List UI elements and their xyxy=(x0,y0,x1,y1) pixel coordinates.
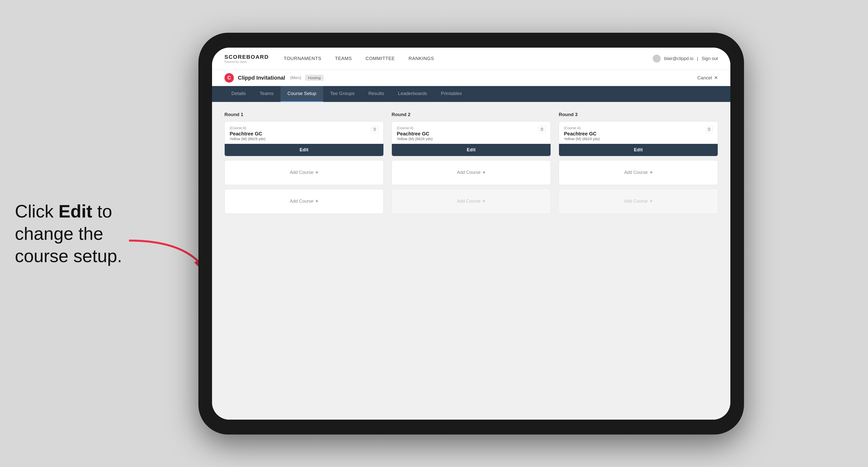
round-3-edit-button[interactable]: Edit xyxy=(559,144,718,156)
logo-title: SCOREBOARD xyxy=(224,54,269,60)
round-2-add-course-text-2: Add Course + xyxy=(457,198,486,204)
round-3-course-tag: (Course A) xyxy=(564,126,600,130)
tab-results[interactable]: Results xyxy=(361,86,391,102)
round-2-plus-icon-2: + xyxy=(483,198,486,204)
round-2-edit-button[interactable]: Edit xyxy=(392,144,551,156)
round-1-course-card: (Course A) Peachtree GC Yellow (M) (6629… xyxy=(224,121,384,156)
round-2-add-course-1[interactable]: Add Course + xyxy=(392,160,551,185)
scoreboard-logo: SCOREBOARD Powered by clippd xyxy=(224,54,269,63)
round-1-add-course-2[interactable]: Add Course + xyxy=(224,189,384,214)
round-2-column: Round 2 (Course A) Peachtree GC Yellow (… xyxy=(392,112,551,218)
tournament-bar: C Clippd Invitational (Men) Hosting Canc… xyxy=(212,70,731,86)
nav-tournaments[interactable]: TOURNAMENTS xyxy=(284,56,321,61)
hosting-badge: Hosting xyxy=(305,75,323,81)
cancel-x-icon: ✕ xyxy=(714,75,718,81)
user-email: blair@clippd.io xyxy=(664,56,693,61)
nav-rankings[interactable]: RANKINGS xyxy=(408,56,434,61)
round-3-course-header: (Course A) Peachtree GC Yellow (M) (6629… xyxy=(559,122,718,144)
round-3-add-course-text-2: Add Course + xyxy=(624,198,653,204)
top-nav-links: TOURNAMENTS TEAMS COMMITTEE RANKINGS xyxy=(284,56,653,61)
round-1-column: Round 1 (Course A) Peachtree GC Yellow (… xyxy=(224,112,384,218)
round-1-label: Round 1 xyxy=(224,112,384,117)
scene: Click Edit tochange thecourse setup. SCO… xyxy=(0,0,868,467)
round-3-plus-icon-1: + xyxy=(650,169,653,175)
round-1-delete-icon[interactable]: 🗑 xyxy=(372,126,378,133)
round-1-course-tag: (Course A) xyxy=(230,126,266,130)
sign-out-link[interactable]: Sign out xyxy=(702,56,718,61)
cancel-button[interactable]: Cancel ✕ xyxy=(698,75,718,81)
user-avatar xyxy=(653,55,661,62)
round-2-course-card: (Course A) Peachtree GC Yellow (M) (6629… xyxy=(392,121,551,156)
rounds-grid: Round 1 (Course A) Peachtree GC Yellow (… xyxy=(224,112,718,218)
top-nav-user: blair@clippd.io | Sign out xyxy=(653,55,718,62)
tab-bar: Details Teams Course Setup Tee Groups Re… xyxy=(212,86,731,102)
round-2-delete-icon[interactable]: 🗑 xyxy=(539,126,546,133)
round-1-edit-button[interactable]: Edit xyxy=(225,144,383,156)
round-3-add-course-1[interactable]: Add Course + xyxy=(559,160,718,185)
round-2-course-name: Peachtree GC xyxy=(397,131,433,137)
nav-committee[interactable]: COMMITTEE xyxy=(366,56,395,61)
tab-leaderboards[interactable]: Leaderboards xyxy=(391,86,434,102)
round-3-delete-icon[interactable]: 🗑 xyxy=(706,126,713,133)
round-3-course-name: Peachtree GC xyxy=(564,131,600,137)
round-3-column: Round 3 (Course A) Peachtree GC Yellow (… xyxy=(559,112,718,218)
round-3-add-course-text-1: Add Course + xyxy=(624,169,653,175)
tournament-info: C Clippd Invitational (Men) Hosting xyxy=(224,73,323,83)
round-3-label: Round 3 xyxy=(559,112,718,117)
round-2-add-course-2: Add Course + xyxy=(392,189,551,214)
tab-tee-groups[interactable]: Tee Groups xyxy=(323,86,361,102)
round-2-plus-icon-1: + xyxy=(483,169,486,175)
clippd-logo: C xyxy=(224,73,234,83)
round-2-course-tag: (Course A) xyxy=(397,126,433,130)
top-nav: SCOREBOARD Powered by clippd TOURNAMENTS… xyxy=(212,48,731,70)
logo-subtitle: Powered by clippd xyxy=(224,60,269,63)
tab-details[interactable]: Details xyxy=(224,86,253,102)
main-content: Round 1 (Course A) Peachtree GC Yellow (… xyxy=(212,102,731,419)
round-3-course-info: (Course A) Peachtree GC Yellow (M) (6629… xyxy=(564,126,600,141)
bold-edit: Edit xyxy=(59,201,92,221)
round-3-course-card: (Course A) Peachtree GC Yellow (M) (6629… xyxy=(559,121,718,156)
tab-printables[interactable]: Printables xyxy=(434,86,469,102)
round-3-add-course-2: Add Course + xyxy=(559,189,718,214)
nav-teams[interactable]: TEAMS xyxy=(335,56,352,61)
round-2-course-info: (Course A) Peachtree GC Yellow (M) (6629… xyxy=(397,126,433,141)
round-1-course-name: Peachtree GC xyxy=(230,131,266,137)
round-1-plus-icon-1: + xyxy=(315,169,318,175)
tournament-gender: (Men) xyxy=(290,75,301,80)
tab-course-setup[interactable]: Course Setup xyxy=(280,86,323,102)
tablet-screen: SCOREBOARD Powered by clippd TOURNAMENTS… xyxy=(212,48,731,419)
tablet-device: SCOREBOARD Powered by clippd TOURNAMENTS… xyxy=(198,33,744,435)
round-2-add-course-text-1: Add Course + xyxy=(457,169,486,175)
round-1-add-course-1[interactable]: Add Course + xyxy=(224,160,384,185)
round-1-add-course-text-1: Add Course + xyxy=(290,169,318,175)
round-2-course-tee: Yellow (M) (6629 yds) xyxy=(397,137,433,141)
tournament-name: Clippd Invitational xyxy=(238,75,285,81)
round-1-course-tee: Yellow (M) (6629 yds) xyxy=(230,137,266,141)
round-3-course-tee: Yellow (M) (6629 yds) xyxy=(564,137,600,141)
round-1-course-header: (Course A) Peachtree GC Yellow (M) (6629… xyxy=(225,122,383,144)
round-1-course-info: (Course A) Peachtree GC Yellow (M) (6629… xyxy=(230,126,266,141)
round-2-course-header: (Course A) Peachtree GC Yellow (M) (6629… xyxy=(392,122,551,144)
round-3-plus-icon-2: + xyxy=(650,198,653,204)
round-1-plus-icon-2: + xyxy=(315,198,318,204)
round-2-label: Round 2 xyxy=(392,112,551,117)
instruction-block: Click Edit tochange thecourse setup. xyxy=(15,200,122,267)
nav-separator: | xyxy=(697,56,698,61)
tab-teams[interactable]: Teams xyxy=(253,86,280,102)
round-1-add-course-text-2: Add Course + xyxy=(290,198,318,204)
